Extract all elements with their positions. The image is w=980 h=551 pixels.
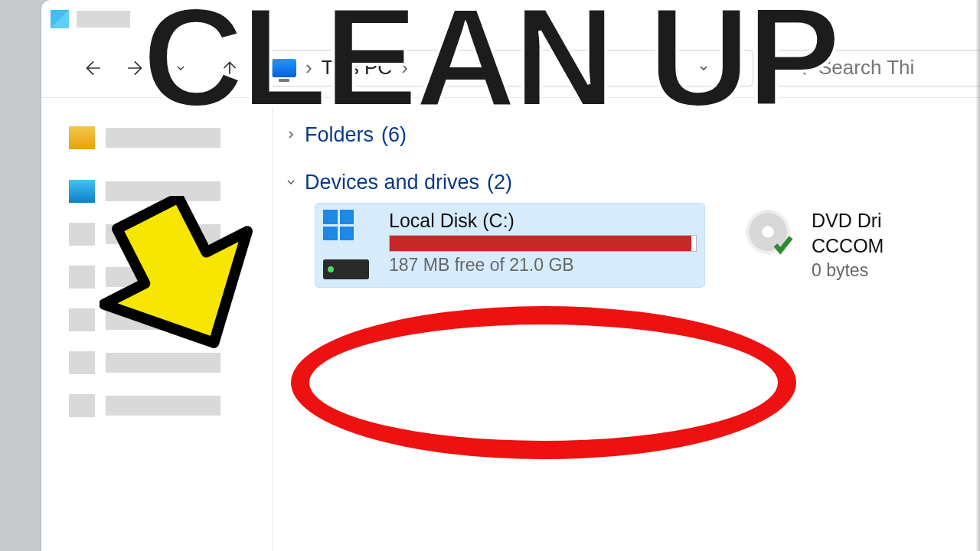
address-bar[interactable]: › This PC › (263, 50, 753, 86)
this-pc-icon (272, 59, 296, 77)
back-button[interactable] (81, 57, 103, 79)
drive-free-text: 0 bytes (812, 260, 884, 281)
up-button[interactable] (219, 57, 240, 79)
navigation-pane[interactable] (41, 98, 273, 551)
chevron-down-icon (285, 176, 297, 188)
folder-icon (69, 126, 95, 149)
folder-icon (69, 180, 95, 203)
sidebar-label-blur (106, 353, 220, 373)
sidebar-item[interactable] (69, 116, 272, 159)
sidebar-label-blur (106, 396, 220, 416)
refresh-button[interactable] (724, 57, 745, 79)
search-placeholder: Search Thi (818, 56, 914, 80)
breadcrumb-separator: › (305, 56, 312, 80)
group-count: (2) (487, 171, 512, 194)
chevron-right-icon (285, 129, 297, 141)
recent-locations-button[interactable] (170, 57, 191, 79)
capacity-fill (390, 236, 691, 251)
drive-dvd[interactable]: DVD Dri CCCOM 0 bytes (738, 204, 891, 287)
drive-name: Local Disk (C:) (389, 210, 697, 232)
hdd-icon (323, 259, 369, 279)
sidebar-label-blur (106, 181, 220, 201)
navigation-bar: › This PC › Search Thi (41, 38, 980, 98)
sidebar-item[interactable] (69, 384, 272, 427)
sidebar-label-blur (106, 128, 220, 148)
folder-icon (69, 394, 95, 417)
forward-button[interactable] (126, 57, 147, 79)
disc-icon (746, 210, 790, 254)
search-icon (791, 60, 808, 77)
drive-icon (323, 210, 378, 281)
sidebar-label-blur (106, 224, 220, 244)
group-count: (6) (381, 123, 407, 147)
file-explorer-window: › This PC › Search Thi (41, 0, 980, 551)
folder-icon (69, 308, 95, 331)
search-box[interactable]: Search Thi (776, 50, 980, 86)
windows-logo-icon (323, 210, 354, 240)
capacity-bar (389, 235, 697, 252)
titlebar (41, 0, 980, 38)
group-drives[interactable]: Devices and drives (2) (282, 165, 980, 199)
breadcrumb-location[interactable]: This PC (322, 56, 392, 80)
folder-icon (69, 266, 95, 289)
drive-info: Local Disk (C:) 187 MB free of 21.0 GB (389, 210, 697, 281)
folder-icon (69, 351, 95, 374)
content-pane: Folders (6) Devices and drives (2) Local… (273, 98, 980, 551)
sidebar-item[interactable] (69, 298, 272, 341)
group-label: Devices and drives (305, 171, 479, 194)
svg-point-0 (793, 61, 803, 71)
drives-row: Local Disk (C:) 187 MB free of 21.0 GB (282, 199, 980, 287)
window-shadow (975, 0, 980, 551)
sidebar-label-blur (106, 310, 220, 330)
drive-icon (746, 210, 801, 281)
group-label: Folders (305, 123, 374, 147)
app-icon (51, 10, 69, 28)
folder-icon (69, 223, 95, 246)
sidebar-item[interactable] (69, 170, 272, 213)
sidebar-item[interactable] (69, 256, 272, 298)
breadcrumb-separator: › (401, 56, 408, 80)
drive-line2: CCCOM (812, 235, 884, 257)
sidebar-item[interactable] (69, 341, 272, 384)
explorer-body: Folders (6) Devices and drives (2) Local… (41, 98, 980, 551)
drive-name: DVD Dri (812, 210, 884, 232)
checkmark-icon (772, 233, 795, 256)
drive-free-text: 187 MB free of 21.0 GB (389, 255, 697, 276)
address-history-button[interactable] (693, 57, 714, 79)
group-folders[interactable]: Folders (6) (282, 118, 980, 152)
drive-local-disk-c[interactable]: Local Disk (C:) 187 MB free of 21.0 GB (315, 204, 704, 287)
titlebar-blur (77, 11, 130, 28)
drive-info: DVD Dri CCCOM 0 bytes (812, 210, 884, 281)
sidebar-item[interactable] (69, 213, 272, 256)
sidebar-label-blur (106, 267, 220, 287)
